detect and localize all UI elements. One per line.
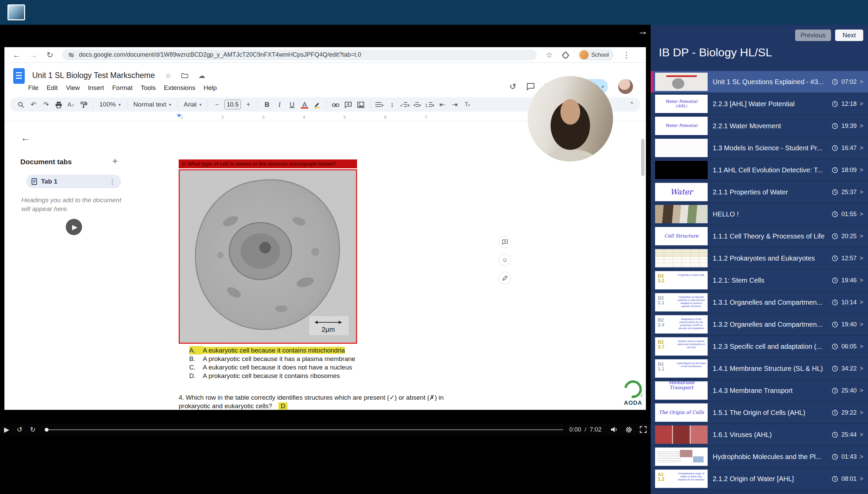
font-family-select[interactable]: Arial▾ xyxy=(182,101,204,108)
align-button[interactable]: ▾ xyxy=(374,101,384,108)
search-menus-icon[interactable] xyxy=(16,101,26,108)
video-player[interactable]: → ← → ↻ docs.google.com/document/d/1W89w… xyxy=(0,25,651,494)
playlist-item[interactable]: Water Potential 2.2.1 Water Movement 19:… xyxy=(651,115,868,137)
site-settings-icon[interactable] xyxy=(68,52,74,58)
add-tab-icon[interactable]: + xyxy=(112,156,118,167)
add-comment-icon[interactable] xyxy=(343,101,353,108)
playlist-item[interactable]: A11.2 Extraplanetary origin of water on … xyxy=(651,468,868,490)
clear-formatting-button[interactable]: Tx xyxy=(462,102,472,107)
item-chevron-icon[interactable]: > xyxy=(860,277,863,284)
bold-button[interactable]: B xyxy=(262,101,272,108)
spellcheck-icon[interactable]: A✓ xyxy=(66,102,76,108)
close-tabs-panel-icon[interactable]: ← xyxy=(21,133,30,144)
recording-play-overlay[interactable]: ▶ xyxy=(66,219,82,235)
item-chevron-icon[interactable]: > xyxy=(860,100,863,108)
menu-item[interactable]: Extensions xyxy=(160,82,199,93)
browser-forward-icon[interactable]: → xyxy=(29,51,38,59)
insert-image-icon[interactable] xyxy=(356,101,366,108)
print-icon[interactable] xyxy=(54,101,64,108)
item-chevron-icon[interactable]: > xyxy=(860,343,863,350)
document-canvas[interactable]: 3. What type of cell is shown in the ele… xyxy=(136,121,646,410)
bulleted-list-button[interactable]: •▾ xyxy=(412,101,422,108)
playlist-item[interactable]: Cell Structure 1.1.1 Cell Theory & Proce… xyxy=(651,225,868,247)
paint-format-icon[interactable] xyxy=(79,101,89,108)
line-spacing-button[interactable]: ↕ xyxy=(387,101,397,108)
progress-knob[interactable] xyxy=(45,428,48,432)
insert-link-icon[interactable] xyxy=(331,101,341,108)
item-chevron-icon[interactable]: > xyxy=(860,321,863,328)
item-chevron-icon[interactable]: > xyxy=(860,475,863,482)
menu-item[interactable]: Format xyxy=(108,82,137,93)
redo-icon[interactable]: ↷ xyxy=(41,101,51,108)
browser-back-icon[interactable]: ← xyxy=(13,51,21,59)
item-chevron-icon[interactable]: > xyxy=(860,365,863,372)
playlist-item[interactable]: B23.2 Properties of stem cells 1.2.1: St… xyxy=(651,269,868,291)
share-caret-icon[interactable]: ▾ xyxy=(601,84,604,89)
numbered-list-button[interactable]: 1.▾ xyxy=(425,101,435,108)
browser-menu-icon[interactable]: ⋮ xyxy=(623,51,631,59)
brand-logo[interactable] xyxy=(7,4,25,20)
undo-icon[interactable]: ↶ xyxy=(28,101,39,108)
menu-item[interactable]: Tools xyxy=(137,82,160,93)
decrease-indent-button[interactable]: ⇤ xyxy=(437,101,447,108)
item-chevron-icon[interactable]: > xyxy=(860,211,863,218)
playlist-item[interactable]: 1.1 AHL Cell Evolution Detective: T... 1… xyxy=(651,159,868,181)
playlist-item[interactable]: Water Potential (AHL) 2.2.3 [AHL] Water … xyxy=(651,93,868,115)
item-chevron-icon[interactable]: > xyxy=(860,189,863,196)
playlist-item[interactable]: HELLO ! 01:55 > xyxy=(651,203,868,225)
playlist-item[interactable]: 1.6.1 Viruses (AHL) 25:44 > xyxy=(651,424,868,446)
fullscreen-icon[interactable] xyxy=(640,426,647,433)
progress-bar[interactable] xyxy=(45,429,563,430)
google-docs-icon[interactable] xyxy=(13,68,25,84)
item-chevron-icon[interactable]: > xyxy=(860,409,863,416)
playlist-item[interactable]: Water 2.1.1 Properties of Water 25:37 > xyxy=(651,181,868,203)
underline-button[interactable]: U xyxy=(287,101,297,108)
sidebar-collapse-arrow-icon[interactable]: → xyxy=(638,26,648,36)
item-chevron-icon[interactable]: > xyxy=(860,233,863,240)
rewind-button[interactable]: ↺ xyxy=(17,426,22,433)
item-chevron-icon[interactable]: > xyxy=(860,299,863,306)
tab-1-item[interactable]: Tab 1 ⋮ xyxy=(26,175,121,188)
document-title[interactable]: Unit 1 SL Biology Test Markscheme xyxy=(32,71,155,80)
item-chevron-icon[interactable]: > xyxy=(860,431,863,438)
item-chevron-icon[interactable]: > xyxy=(860,78,863,86)
tab-options-icon[interactable]: ⋮ xyxy=(109,177,116,186)
version-history-icon[interactable]: ↺ xyxy=(510,82,516,91)
browser-refresh-icon[interactable]: ↻ xyxy=(46,51,53,59)
margin-emoji-react-button[interactable]: ☺ xyxy=(499,254,511,266)
playlist-item[interactable]: Membrane Transport 1.4.3 Membrane Transp… xyxy=(651,380,868,402)
menu-item[interactable]: Help xyxy=(199,82,221,93)
playlist-item[interactable]: Hydrophobic Molecules and the Pl... 01:4… xyxy=(651,446,868,468)
margin-add-comment-button[interactable] xyxy=(499,236,511,248)
item-chevron-icon[interactable]: > xyxy=(860,453,863,460)
volume-icon[interactable] xyxy=(610,426,618,433)
move-folder-icon[interactable] xyxy=(181,73,188,78)
paragraph-style-select[interactable]: Normal text▾ xyxy=(131,101,173,108)
playlist-item[interactable]: B21.1 Lipid bilayers as the basis of cel… xyxy=(651,358,868,380)
playlist-item[interactable]: B22.1 Organelles as discrete subunits of… xyxy=(651,291,868,314)
next-button[interactable]: Next xyxy=(835,30,863,41)
address-bar[interactable]: docs.google.com/document/d/1W89wznzBCD2g… xyxy=(62,50,537,60)
browser-profile-chip[interactable]: School xyxy=(578,49,614,61)
forward-button[interactable]: ↻ xyxy=(30,426,36,433)
text-color-button[interactable]: A xyxy=(299,101,310,108)
playlist-item[interactable]: Unit 1 SL Questions Explained - #3... 07… xyxy=(651,71,868,93)
bookmark-star-icon[interactable]: ☆ xyxy=(546,51,553,59)
font-size-increase-button[interactable]: + xyxy=(243,101,253,108)
playlist-item[interactable]: The Origin of Cells 1.5.1 The Origin of … xyxy=(651,402,868,424)
document-scrollbar[interactable] xyxy=(641,139,645,176)
playlist-item[interactable]: B23.7 Surface area-to-volume ratios and … xyxy=(651,336,868,358)
extensions-icon[interactable] xyxy=(562,51,569,59)
italic-button[interactable]: I xyxy=(274,101,284,108)
item-chevron-icon[interactable]: > xyxy=(860,145,863,152)
comments-icon[interactable] xyxy=(527,83,535,90)
previous-button[interactable]: Previous xyxy=(795,30,831,41)
play-button[interactable]: ▶ xyxy=(4,426,9,433)
highlight-color-button[interactable] xyxy=(312,101,322,108)
font-size-field[interactable]: 10.5 xyxy=(224,100,241,109)
font-size-decrease-button[interactable]: − xyxy=(212,101,222,108)
settings-gear-icon[interactable] xyxy=(625,426,632,433)
menu-item[interactable]: Insert xyxy=(84,82,108,93)
zoom-select[interactable]: 100%▾ xyxy=(97,101,123,108)
toolbar-collapse-icon[interactable]: ⌃ xyxy=(629,101,634,108)
